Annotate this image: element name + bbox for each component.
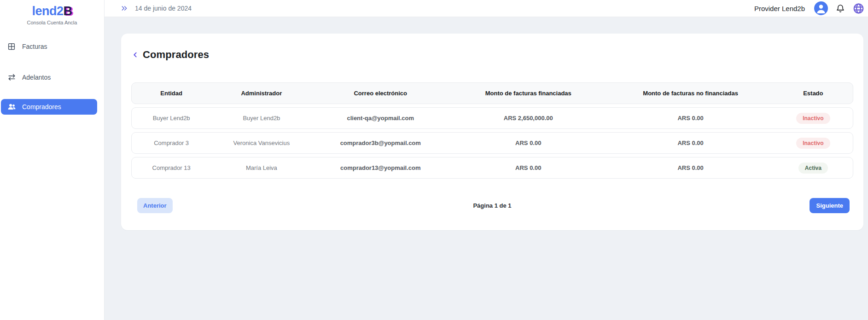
users-icon [7,102,16,111]
sidebar-item-adelantos[interactable]: Adelantos [1,68,97,87]
provider-label: Provider Lend2b [754,5,805,12]
compradores-card: Compradores Entidad Administrador Correo… [121,34,863,230]
cell-estado: Activa [774,163,853,174]
page-title-row: Compradores [132,49,853,61]
sidebar-nav: Facturas Adelantos Comprador [0,37,104,115]
chevron-left-icon[interactable] [132,51,139,59]
sidebar-item-label: Compradores [22,103,61,111]
status-badge: Inactivo [796,113,830,124]
logo-primary: lend2 [32,4,63,18]
main-content: Compradores Entidad Administrador Correo… [105,17,868,320]
column-header-estado: Estado [774,90,853,97]
cell-estado: Inactivo [774,113,853,124]
sidebar-item-facturas[interactable]: Facturas [1,37,97,56]
avatar[interactable] [814,1,828,15]
cell-estado: Inactivo [774,138,853,149]
bell-icon[interactable] [836,4,845,13]
table-row[interactable]: Comprador 3 Veronica Vansevicius comprad… [131,132,853,154]
column-header-entidad: Entidad [132,90,211,97]
cell-correo: comprador3b@yopmail.com [312,140,449,146]
cell-monto-no-financiadas: ARS 0.00 [608,140,774,146]
table-header-row: Entidad Administrador Correo electrónico… [131,82,853,104]
cell-entidad: Buyer Lend2b [132,115,211,122]
brand-subtitle: Consola Cuenta Ancla [0,20,104,25]
pagination: Anterior Página 1 de 1 Siguiente [131,198,853,213]
cell-monto-financiadas: ARS 0.00 [449,164,608,171]
previous-page-button[interactable]: Anterior [137,198,173,213]
cell-correo: comprador13@yopmail.com [312,164,449,171]
logo-accent: B [64,4,72,18]
table-row[interactable]: Buyer Lend2b Buyer Lend2b client-qa@yopm… [131,107,853,129]
cell-administrador: Veronica Vansevicius [211,140,312,146]
cell-monto-financiadas: ARS 2,650,000.00 [449,115,608,122]
sidebar-item-label: Adelantos [22,74,51,81]
cell-correo: client-qa@yopmail.com [312,115,449,122]
sidebar-item-label: Facturas [22,43,47,50]
topbar: 14 de junio de 2024 Provider Lend2b [105,0,868,17]
cell-monto-financiadas: ARS 0.00 [449,140,608,146]
globe-icon[interactable] [853,3,864,14]
status-badge: Inactivo [796,138,830,149]
current-date: 14 de junio de 2024 [135,5,192,12]
topbar-actions: Provider Lend2b [754,1,864,15]
cell-administrador: María Leiva [211,164,312,171]
column-header-monto-financiadas: Monto de facturas financiadas [449,90,608,97]
cell-administrador: Buyer Lend2b [211,115,312,122]
page-title: Compradores [143,49,209,61]
chevrons-right-icon[interactable] [120,5,128,12]
cell-entidad: Comprador 13 [132,164,211,171]
status-badge: Activa [798,163,828,174]
table-icon [7,42,16,51]
transfer-arrows-icon [7,73,16,82]
sidebar-item-compradores[interactable]: Compradores [1,99,97,115]
column-header-correo: Correo electrónico [312,90,449,97]
brand-logo: lend2B Consola Cuenta Ancla [0,0,104,25]
page-indicator: Página 1 de 1 [473,202,511,209]
column-header-monto-no-financiadas: Monto de facturas no financiadas [608,90,774,97]
cell-entidad: Comprador 3 [132,140,211,146]
cell-monto-no-financiadas: ARS 0.00 [608,115,774,122]
next-page-button[interactable]: Siguiente [810,198,850,213]
cell-monto-no-financiadas: ARS 0.00 [608,164,774,171]
buyers-table: Entidad Administrador Correo electrónico… [131,82,853,179]
logo-text: lend2B [0,5,104,18]
column-header-administrador: Administrador [211,90,312,97]
table-row[interactable]: Comprador 13 María Leiva comprador13@yop… [131,157,853,179]
sidebar: lend2B Consola Cuenta Ancla Facturas Ad [0,0,105,320]
